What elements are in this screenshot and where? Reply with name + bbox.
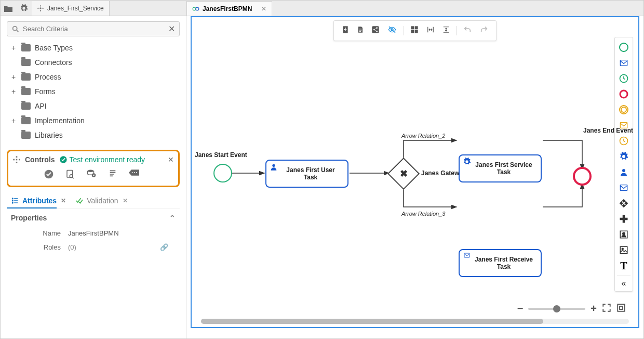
timer-catch-icon[interactable] — [618, 135, 629, 147]
svg-point-36 — [620, 43, 628, 51]
search-icon — [11, 25, 20, 33]
envelope-icon — [463, 252, 471, 260]
message-start-icon[interactable] — [618, 57, 629, 69]
database-icon[interactable] — [86, 169, 97, 181]
redo-icon[interactable] — [478, 24, 490, 37]
fullscreen-icon[interactable] — [602, 303, 611, 315]
svg-rect-48 — [620, 246, 627, 254]
properties-panel: Properties ⌃ Name JanesFirstBPMN Roles (… — [4, 208, 183, 259]
tree-item-api[interactable]: API — [9, 99, 180, 113]
visibility-off-icon[interactable] — [386, 24, 398, 37]
diagram-canvas[interactable]: T « Janes Start Event — [191, 16, 639, 328]
fit-height-icon[interactable] — [441, 24, 451, 37]
end-event-icon[interactable] — [618, 88, 629, 100]
svg-rect-35 — [415, 30, 418, 33]
property-roles: Roles (0) 🔗 — [11, 240, 176, 254]
close-tab-icon[interactable]: ✕ — [261, 5, 266, 12]
fit-width-icon[interactable] — [425, 25, 436, 36]
tree-item-connectors[interactable]: Connectors — [9, 55, 180, 70]
share-icon[interactable] — [370, 24, 381, 37]
close-tab-icon[interactable]: ✕ — [123, 197, 128, 204]
receive-task[interactable]: Janes First Receive Task — [459, 249, 542, 277]
link-icon[interactable]: 🔗 — [160, 243, 176, 251]
folder-icon — [21, 44, 31, 51]
start-event-label: Janes Start Event — [195, 151, 247, 159]
user-task-icon[interactable] — [618, 166, 629, 178]
check-icon — [74, 197, 84, 204]
list-icon — [11, 197, 19, 204]
verify-icon[interactable] — [44, 169, 54, 181]
project-tab[interactable]: Janes_First_Service — [32, 1, 110, 16]
svg-rect-8 — [16, 156, 18, 158]
project-tab-label: Janes_First_Service — [47, 5, 104, 12]
svg-point-49 — [622, 248, 623, 250]
gear-icon — [463, 158, 471, 167]
tree-item-libraries[interactable]: Libraries — [9, 128, 180, 142]
list-icon[interactable] — [108, 169, 117, 181]
document-icon[interactable] — [356, 24, 365, 37]
start-event-icon[interactable] — [618, 42, 629, 53]
editor-tab[interactable]: JanesFirstBPMN ✕ — [186, 1, 272, 16]
receive-task-icon[interactable] — [618, 182, 629, 193]
end-event[interactable] — [573, 167, 592, 186]
tree-item-base-types[interactable]: +Base Types — [9, 41, 180, 55]
embed-icon[interactable] — [618, 229, 629, 240]
search-box[interactable]: ✕ — [7, 21, 180, 36]
clear-search-icon[interactable]: ✕ — [168, 24, 175, 34]
svg-rect-27 — [372, 26, 379, 33]
folder-icon[interactable] — [1, 1, 16, 16]
tree-item-process[interactable]: +Process — [9, 70, 180, 84]
gateway[interactable]: ✖ — [387, 158, 420, 190]
x-icon: ✖ — [400, 168, 408, 179]
zoom-out-button[interactable]: − — [517, 303, 524, 315]
service-task-icon[interactable] — [618, 151, 629, 162]
plus-icon[interactable] — [618, 213, 629, 225]
svg-rect-53 — [464, 253, 469, 257]
folder-icon — [21, 102, 31, 110]
zoom-in-button[interactable]: + — [591, 303, 597, 315]
download-icon[interactable] — [340, 24, 351, 37]
bpmn-palette: T « — [614, 37, 633, 292]
svg-point-21 — [136, 172, 137, 173]
tag-icon[interactable] — [129, 169, 139, 181]
topbar-left: Janes_First_Service — [1, 1, 110, 16]
image-icon[interactable] — [618, 244, 629, 256]
search-input[interactable] — [23, 25, 168, 33]
close-controls-icon[interactable]: ✕ — [168, 155, 174, 164]
properties-header[interactable]: Properties ⌃ — [11, 214, 176, 222]
svg-point-17 — [88, 170, 94, 173]
controls-header: Controls Test environment ready ✕ — [12, 155, 174, 164]
collapse-icon[interactable]: « — [617, 276, 630, 287]
horizontal-scrollbar[interactable] — [201, 319, 629, 324]
tree-item-forms[interactable]: +Forms — [9, 84, 180, 99]
service-task[interactable]: Janes First Service Task — [459, 154, 542, 182]
end-event-label: Janes End Event — [576, 127, 633, 134]
svg-point-44 — [622, 169, 625, 172]
relation-2-label: Arrow Relation_2 — [401, 133, 445, 139]
start-event[interactable] — [213, 164, 232, 182]
user-task[interactable]: Janes First User Task — [265, 160, 348, 188]
folder-icon — [21, 132, 31, 139]
fit-icon[interactable] — [616, 303, 626, 315]
gear-icon[interactable] — [16, 1, 32, 16]
chevron-up-icon[interactable]: ⌃ — [169, 214, 176, 222]
controls-panel: Controls Test environment ready ✕ — [7, 150, 180, 187]
timer-event-icon[interactable] — [618, 73, 629, 84]
file-search-icon[interactable] — [65, 169, 75, 181]
grid-icon[interactable] — [409, 24, 420, 37]
controls-icon — [12, 155, 21, 164]
gateway-icon[interactable] — [618, 198, 629, 209]
tab-attributes[interactable]: Attributes ✕ — [7, 193, 70, 208]
tab-validation[interactable]: Validation ✕ — [70, 193, 131, 208]
undo-icon[interactable] — [462, 24, 473, 37]
tree-item-implementation[interactable]: +Implementation — [9, 113, 180, 128]
intermediate-event-icon[interactable] — [618, 104, 629, 115]
svg-point-23 — [12, 200, 13, 201]
svg-point-20 — [134, 172, 135, 173]
zoom-slider[interactable] — [528, 308, 585, 310]
svg-rect-33 — [415, 26, 418, 29]
close-tab-icon[interactable]: ✕ — [61, 197, 66, 204]
svg-point-0 — [39, 7, 42, 9]
text-icon[interactable]: T — [618, 260, 629, 271]
svg-point-26 — [196, 7, 199, 10]
